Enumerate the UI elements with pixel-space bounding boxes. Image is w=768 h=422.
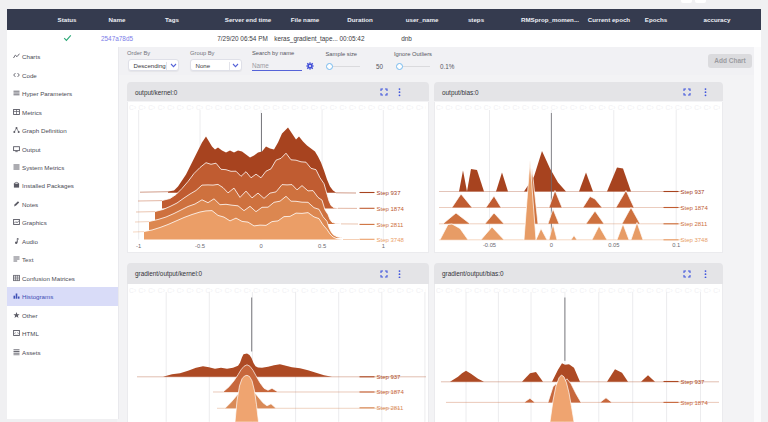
svg-text:1: 1 (382, 242, 385, 248)
svg-text:Step 2811: Step 2811 (377, 221, 405, 227)
svg-text:Step 3748: Step 3748 (680, 236, 708, 242)
svg-text:-0.5: -0.5 (195, 242, 205, 248)
svg-text:0.1: 0.1 (672, 242, 680, 248)
svg-text:Step 2811: Step 2811 (680, 220, 708, 226)
svg-text:0: 0 (259, 242, 262, 248)
svg-text:Step 1874: Step 1874 (680, 204, 708, 210)
svg-text:Step 1874: Step 1874 (680, 400, 708, 406)
svg-text:Step 937: Step 937 (376, 374, 401, 380)
svg-text:Step 937: Step 937 (680, 188, 705, 194)
svg-text:Step 937: Step 937 (680, 379, 705, 385)
svg-text:-1: -1 (136, 242, 141, 248)
svg-text:Step 937: Step 937 (377, 189, 402, 195)
svg-text:Step 1874: Step 1874 (376, 389, 404, 395)
svg-text:0.05: 0.05 (608, 242, 619, 248)
svg-text:Step 2811: Step 2811 (376, 405, 404, 411)
svg-text:0.5: 0.5 (318, 242, 326, 248)
svg-text:-0.05: -0.05 (483, 242, 496, 248)
svg-text:Step 1874: Step 1874 (377, 205, 405, 211)
svg-text:0: 0 (550, 242, 553, 248)
